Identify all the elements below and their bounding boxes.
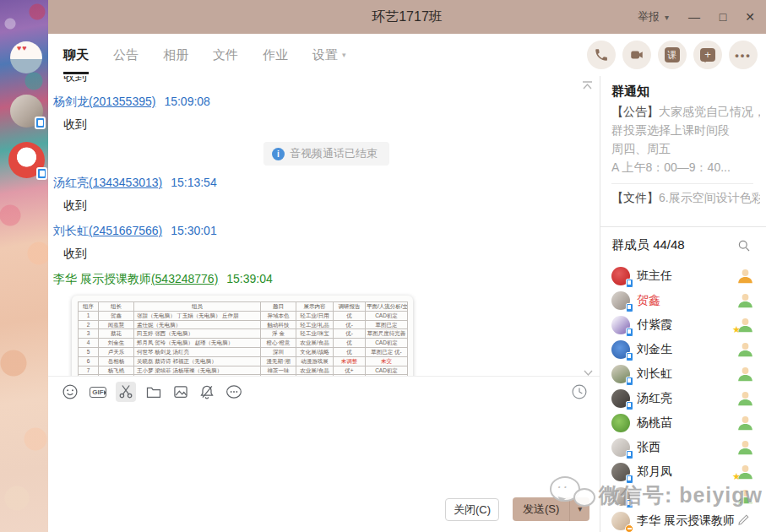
member-avatar[interactable]: [611, 291, 630, 310]
table-cell: 草图已定 优-: [366, 347, 408, 356]
mobile-online-badge: [626, 377, 633, 386]
main-area: 聊天 公告 相册 文件 作业 设置▾ 课 +: [48, 34, 766, 532]
member-status: [737, 292, 754, 309]
announcement-line[interactable]: A 上午8：00—9：40...: [611, 160, 760, 176]
file-button[interactable]: [144, 382, 164, 402]
search-icon: [737, 239, 751, 252]
member-row[interactable]: 张西: [600, 435, 766, 459]
announcement-line[interactable]: 群投票选择上课时间段: [611, 123, 760, 138]
member-presence-icon: [737, 415, 753, 431]
member-avatar[interactable]: [611, 438, 630, 457]
member-row[interactable]: 郑月凤★: [600, 459, 766, 484]
message: 汤红亮(1343453013)15:13:54 收到: [53, 176, 600, 214]
image-button[interactable]: [171, 382, 191, 402]
member-row[interactable]: 杨桃苗: [600, 410, 766, 435]
mobile-online-badge: [626, 499, 633, 508]
member-row[interactable]: 汤红亮: [600, 386, 766, 410]
member-name: 张西: [637, 440, 660, 455]
member-status: [737, 439, 754, 456]
class-button[interactable]: 课: [658, 41, 687, 69]
announcement-line[interactable]: 周四、周五: [611, 142, 760, 157]
maximize-button[interactable]: □: [709, 0, 737, 34]
more-actions-button[interactable]: •••: [729, 41, 758, 69]
cartoon-avatar[interactable]: [8, 142, 45, 178]
phone-icon: [594, 47, 609, 62]
table-cell: 杨飞艳: [99, 366, 134, 375]
shared-table-image[interactable]: 组序组长组员题目展示内容调研报告平面/人流分析/立面1贺鑫张甜（无电脑） 丁玉娟…: [72, 296, 413, 376]
send-button[interactable]: 发送(S) ▾: [513, 497, 589, 521]
member-avatar[interactable]: [611, 389, 630, 408]
new-post-button[interactable]: +: [693, 41, 722, 69]
sender-uid-link[interactable]: (543248776): [151, 272, 218, 285]
member-name: 刘金生: [637, 342, 672, 357]
member-avatar[interactable]: [611, 365, 630, 383]
sender-uid-link[interactable]: (1343453013): [89, 176, 162, 189]
table-cell: 深圳: [261, 347, 296, 356]
sender-uid-link[interactable]: (201355395): [89, 95, 155, 108]
table-header: 题目: [261, 302, 296, 312]
tab-chat[interactable]: 聊天: [63, 34, 89, 76]
member-presence-icon: [737, 341, 753, 357]
mute-notification-button[interactable]: [197, 382, 217, 402]
tab-files[interactable]: 文件: [213, 34, 238, 76]
pencil-icon[interactable]: [737, 513, 751, 526]
message-history-button[interactable]: [569, 382, 589, 402]
member-avatar[interactable]: [611, 340, 630, 359]
member-name: 付紫霞: [637, 318, 672, 333]
member-row[interactable]: 李华 展示授课教师: [600, 508, 766, 532]
table-cell: 优+: [334, 366, 366, 375]
more-tools-button[interactable]: [224, 382, 244, 402]
member-row[interactable]: 刘长虹: [600, 361, 766, 386]
send-options-arrow[interactable]: ▾: [569, 497, 589, 521]
message-time: 15:09:08: [164, 95, 210, 108]
scroll-to-top-button[interactable]: [582, 79, 593, 94]
member-avatar[interactable]: [611, 487, 630, 506]
member-avatar[interactable]: [611, 463, 630, 481]
voice-call-button[interactable]: [587, 41, 616, 69]
sender-uid-link[interactable]: (2451667566): [89, 224, 162, 237]
file-notice-line[interactable]: 【文件】6.展示空间设计色彩及...: [611, 191, 760, 206]
member-count-title: 群成员 44/48: [611, 237, 685, 253]
emoji-button[interactable]: [60, 382, 80, 402]
table-header: 平面/人流分析/立面: [366, 302, 408, 312]
report-button[interactable]: 举报▾: [638, 9, 669, 24]
member-row[interactable]: 班主任: [600, 263, 766, 288]
table-header: 组长: [99, 302, 134, 312]
video-call-button[interactable]: [622, 41, 651, 69]
close-button[interactable]: ✕: [736, 0, 764, 34]
minimize-button[interactable]: —: [680, 0, 709, 34]
member-row[interactable]: [600, 484, 766, 508]
scroll-to-bottom-button[interactable]: [583, 366, 594, 376]
member-row[interactable]: 付紫霞★: [600, 312, 766, 337]
member-search-button[interactable]: [737, 239, 751, 256]
sender-name: 李华 展示授课教师: [53, 272, 151, 285]
member-avatar[interactable]: [611, 316, 630, 334]
tab-album[interactable]: 相册: [163, 34, 188, 76]
member-presence-icon: [737, 390, 753, 406]
table-cell: 卢天乐: [99, 347, 134, 356]
member-row[interactable]: 刘金生: [600, 337, 766, 361]
table-cell: 1: [79, 311, 99, 320]
group-notice-title: 群通知: [611, 84, 649, 100]
member-row[interactable]: 贺鑫: [600, 288, 766, 312]
announcement-line[interactable]: 【公告】大家感觉自己情况，在: [611, 105, 760, 120]
sender-name: 汤红亮: [53, 176, 89, 189]
screenshot-button[interactable]: [116, 382, 136, 402]
tab-announcement[interactable]: 公告: [113, 34, 139, 76]
member-avatar[interactable]: [611, 512, 630, 530]
mobile-online-badge: [36, 167, 47, 180]
smiley-icon: [62, 383, 79, 400]
chevron-down-icon: ▾: [342, 51, 346, 59]
bell-slash-icon: [198, 383, 215, 400]
close-chat-button[interactable]: 关闭(C): [445, 498, 499, 521]
portrait-avatar[interactable]: [10, 95, 43, 128]
member-avatar[interactable]: [611, 414, 630, 432]
gif-button[interactable]: GIF: [88, 382, 108, 402]
member-avatar[interactable]: [611, 267, 630, 285]
message-header: 杨剑龙(201355395)15:09:08: [53, 95, 600, 110]
hearts-avatar[interactable]: [10, 41, 42, 73]
table-row: 5卢天乐何世琴 杨剑龙 汤红亮深圳文化展/战略优草图已定 优-: [79, 347, 408, 356]
message-list[interactable]: 收到 杨剑龙(201355395)15:09:08 收到 i音视频通话已结束 汤…: [48, 76, 600, 376]
tab-settings[interactable]: 设置▾: [312, 34, 346, 76]
tab-homework[interactable]: 作业: [263, 34, 288, 76]
